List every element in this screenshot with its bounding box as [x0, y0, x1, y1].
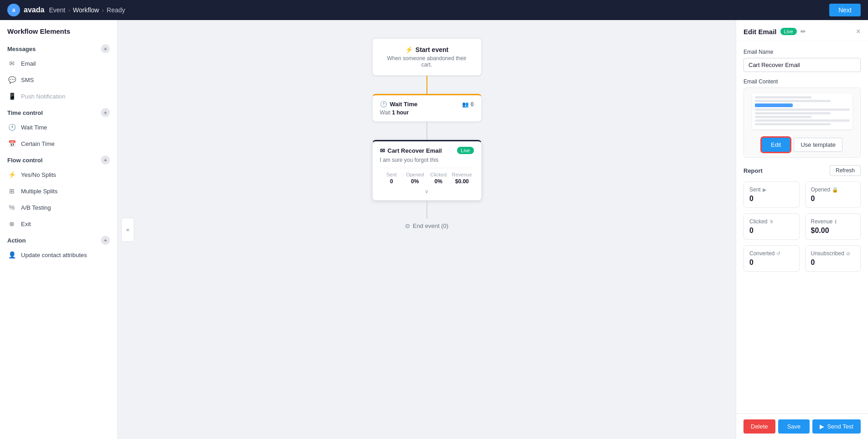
section-action-add[interactable]: +: [101, 236, 110, 245]
mini-line-6: [755, 119, 850, 122]
send-test-button[interactable]: ▶ Send Test: [812, 419, 861, 434]
email-name-input[interactable]: [743, 58, 861, 72]
send-icon: ▶: [820, 423, 824, 430]
mini-line-3: [755, 108, 850, 111]
edit-button[interactable]: Edit: [762, 138, 790, 152]
canvas-area[interactable]: « ⚡ Start event When someone abandoned t…: [118, 20, 736, 439]
unsubscribed-value: 0: [811, 258, 855, 267]
section-flow-label: Flow control: [7, 157, 42, 164]
sidebar-section-messages: Messages +: [0, 41, 117, 55]
right-panel: Edit Email Live ✏ × Email Name Email Con…: [736, 20, 868, 439]
email-preview-box: Edit Use template: [743, 88, 861, 158]
sidebar-section-action: Action +: [0, 232, 117, 247]
breadcrumb-sep-2: ›: [102, 6, 104, 14]
users-icon: 👥: [462, 101, 469, 108]
sidebar-item-multisplits[interactable]: ⊞ Multiple Splits: [0, 183, 117, 199]
section-messages-label: Messages: [7, 46, 36, 52]
sidebar-item-multi-label: Multiple Splits: [21, 188, 57, 195]
email-content-section: Email Content Edit Use templat: [743, 78, 861, 158]
sidebar-item-certaintime-label: Certain Time: [21, 140, 55, 147]
email-node-header: ✉ Cart Recover Email Live: [380, 147, 474, 154]
section-messages-add[interactable]: +: [101, 44, 110, 53]
exit-icon: ⊗: [7, 219, 16, 228]
clicked-icon: 🖱: [769, 219, 774, 224]
report-title: Report: [743, 167, 763, 174]
lightning-icon: ⚡: [405, 46, 413, 53]
live-badge: Live: [457, 147, 473, 154]
email-node-icon: ✉: [380, 147, 385, 154]
section-action-label: Action: [7, 237, 26, 244]
collapse-sidebar-button[interactable]: «: [121, 218, 134, 242]
sent-icon: ▶: [763, 187, 766, 193]
left-sidebar: Workflow Elements Messages + ✉ Email 💬 S…: [0, 20, 118, 439]
sidebar-item-yesno-label: Yes/No Splits: [21, 171, 56, 178]
email-name-field: Email Name: [743, 49, 861, 72]
right-panel-body: Email Name Email Content: [736, 41, 868, 413]
certaintime-icon: 📅: [7, 139, 16, 148]
end-icon: ⊙: [405, 222, 410, 229]
breadcrumb: Event › Workflow › Ready: [49, 6, 125, 14]
sidebar-item-sms[interactable]: 💬 SMS: [0, 72, 117, 88]
sidebar-item-yesnosplits[interactable]: ⚡ Yes/No Splits: [0, 166, 117, 183]
section-time-add[interactable]: +: [101, 108, 110, 117]
converted-value: 0: [749, 258, 794, 267]
sidebar-item-certaintime[interactable]: 📅 Certain Time: [0, 135, 117, 152]
sidebar-item-waittime-label: Wait Time: [21, 124, 47, 131]
right-panel-title-row: Edit Email Live ✏: [743, 28, 806, 36]
right-panel-footer: Delete Save ▶ Send Test: [736, 413, 868, 439]
multisplit-icon: ⊞: [7, 186, 16, 196]
expand-icon[interactable]: ∨: [380, 188, 474, 195]
opened-icon: 🔒: [832, 187, 838, 193]
top-navigation: a avada Event › Workflow › Ready Next: [0, 0, 868, 20]
close-button[interactable]: ×: [856, 27, 861, 36]
mini-line-4: [755, 112, 831, 114]
preview-actions: Edit Use template: [762, 138, 842, 152]
panel-live-badge: Live: [780, 28, 797, 35]
email-preview-mini: [752, 93, 852, 129]
sidebar-item-push: 📱 Push Notification: [0, 88, 117, 104]
mini-line-2: [755, 100, 831, 102]
next-button[interactable]: Next: [829, 4, 861, 16]
clicked-label: Clicked: [749, 218, 767, 225]
email-node-stats: Sent 0 Opened 0% Clicked 0% Revenue $0.0…: [380, 168, 474, 185]
save-button[interactable]: Save: [778, 419, 810, 434]
use-template-button[interactable]: Use template: [794, 138, 842, 152]
stat-opened: Opened 0%: [403, 172, 427, 185]
refresh-button[interactable]: Refresh: [830, 165, 861, 176]
delete-button[interactable]: Delete: [743, 419, 775, 434]
wait-node-subtitle: Wait 1 hour: [380, 109, 474, 116]
report-section: Report Refresh Sent ▶ 0 Opened �: [743, 165, 861, 272]
section-time-label: Time control: [7, 109, 43, 116]
yesno-icon: ⚡: [7, 170, 16, 179]
metric-opened: Opened 🔒 0: [805, 181, 861, 208]
section-flow-add[interactable]: +: [101, 155, 110, 165]
wait-node[interactable]: 🕐 Wait Time 👥 0 Wait 1 hour: [372, 94, 482, 122]
breadcrumb-event[interactable]: Event: [49, 6, 65, 14]
updatecontact-icon: 👤: [7, 250, 16, 259]
sidebar-item-sms-label: SMS: [21, 77, 34, 83]
end-node: ⊙ End event (0): [405, 222, 448, 229]
sent-label: Sent: [749, 186, 761, 193]
breadcrumb-workflow[interactable]: Workflow: [73, 6, 99, 14]
right-panel-title: Edit Email: [743, 28, 777, 36]
sidebar-item-abtesting[interactable]: % A/B Testing: [0, 199, 117, 216]
connector-line-2: [426, 122, 427, 140]
clock-icon: 🕐: [380, 101, 387, 108]
start-node[interactable]: ⚡ Start event When someone abandoned the…: [372, 38, 482, 76]
email-name-label: Email Name: [743, 49, 861, 55]
sidebar-title: Workflow Elements: [0, 27, 117, 41]
sidebar-item-email[interactable]: ✉ Email: [0, 55, 117, 72]
wait-node-header: 🕐 Wait Time 👥 0: [380, 101, 474, 108]
nav-left: a avada Event › Workflow › Ready: [7, 4, 125, 16]
email-node[interactable]: ✉ Cart Recover Email Live I am sure you …: [372, 140, 482, 201]
edit-pencil-icon[interactable]: ✏: [800, 28, 806, 35]
brand-logo: a avada: [7, 4, 44, 16]
breadcrumb-ready: Ready: [107, 6, 125, 14]
sidebar-item-waittime[interactable]: 🕐 Wait Time: [0, 119, 117, 135]
sidebar-item-updatecontact[interactable]: 👤 Update contact attributes: [0, 247, 117, 263]
email-node-subtitle: I am sure you forgot this: [380, 157, 474, 163]
sidebar-section-flowcontrol: Flow control +: [0, 152, 117, 166]
report-header: Report Refresh: [743, 165, 861, 176]
email-icon: ✉: [7, 59, 16, 68]
sidebar-item-exit[interactable]: ⊗ Exit: [0, 216, 117, 232]
